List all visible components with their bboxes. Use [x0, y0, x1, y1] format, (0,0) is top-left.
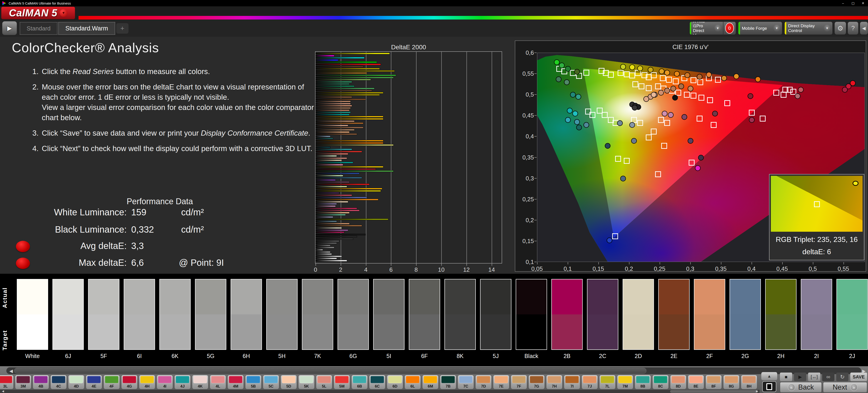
- deltae-bar[interactable]: [315, 120, 354, 122]
- patch-button-4H[interactable]: 4H: [139, 375, 155, 389]
- patch-button-7E[interactable]: 7E: [493, 375, 509, 389]
- cie-measured-point[interactable]: [706, 72, 712, 78]
- cie-measured-point[interactable]: [795, 93, 801, 99]
- tab-standard-warm[interactable]: Standard.Warm: [58, 22, 115, 35]
- cie-target-point[interactable]: [655, 83, 661, 89]
- cie-target-point[interactable]: [637, 120, 643, 126]
- cie-target-point[interactable]: [724, 100, 730, 106]
- patch-button-6B[interactable]: 6B: [351, 375, 368, 389]
- cie-target-point[interactable]: [660, 75, 666, 81]
- cie-measured-point[interactable]: [632, 105, 638, 111]
- minimize-button[interactable]: –: [838, 0, 848, 6]
- deltae-bar[interactable]: [315, 166, 383, 168]
- cie-measured-point[interactable]: [842, 87, 847, 93]
- deltae-bar[interactable]: [315, 53, 390, 54]
- cie-target-point[interactable]: [684, 92, 690, 98]
- deltae-bar[interactable]: [315, 247, 334, 248]
- cie-target-point[interactable]: [661, 143, 667, 149]
- patch-scrollbar-thumb[interactable]: [14, 368, 647, 374]
- cie-target-point[interactable]: [651, 129, 657, 135]
- cie-measured-point[interactable]: [668, 112, 674, 118]
- deltae-bar[interactable]: [315, 179, 336, 181]
- cie-measured-point[interactable]: [755, 77, 761, 82]
- continuous-read-button[interactable]: ∞: [822, 372, 834, 381]
- deltae-bar[interactable]: [315, 234, 366, 235]
- deltae-bar[interactable]: [315, 110, 349, 111]
- maximize-button[interactable]: ▢: [848, 0, 858, 6]
- deltae-bar[interactable]: [315, 199, 378, 200]
- cie-target-point[interactable]: [749, 110, 755, 116]
- cie-measured-point[interactable]: [620, 64, 626, 69]
- deltae-bar[interactable]: [315, 223, 349, 224]
- patch-button-8D[interactable]: 8D: [670, 375, 686, 389]
- deltae-bar[interactable]: [315, 236, 357, 237]
- comparator-patch[interactable]: [266, 279, 298, 350]
- cie-target-point[interactable]: [773, 90, 779, 96]
- cie-measured-point[interactable]: [564, 79, 569, 85]
- deltae-bar[interactable]: [315, 231, 344, 233]
- deltae-bar[interactable]: [315, 125, 348, 126]
- patch-button-8B[interactable]: 8B: [634, 375, 651, 389]
- deltae-bar[interactable]: [315, 112, 351, 113]
- deltae-bar[interactable]: [315, 155, 337, 157]
- comparator-patch[interactable]: [195, 279, 226, 350]
- cie-target-point[interactable]: [690, 77, 696, 83]
- deltae-bar[interactable]: [315, 146, 331, 148]
- cie-measured-point[interactable]: [659, 68, 664, 74]
- cie-measured-point[interactable]: [712, 111, 718, 116]
- deltae-bar[interactable]: [315, 210, 360, 211]
- patch-button-8C[interactable]: 8C: [652, 375, 669, 389]
- comparator-patch[interactable]: [658, 279, 690, 350]
- cie-measured-point[interactable]: [651, 92, 656, 98]
- cie-measured-point[interactable]: [631, 138, 637, 144]
- patch-button-8F[interactable]: 8F: [706, 375, 722, 389]
- deltae-bar[interactable]: [315, 107, 351, 109]
- deltae-bar[interactable]: [315, 160, 342, 161]
- deltae-bar[interactable]: [315, 181, 349, 183]
- deltae-bar[interactable]: [315, 114, 349, 115]
- patch-button-7J[interactable]: 7J: [582, 375, 598, 389]
- add-tab-button[interactable]: +: [116, 23, 128, 34]
- patch-button-5D[interactable]: 5D: [281, 375, 297, 389]
- deltae-bar[interactable]: [315, 221, 337, 222]
- deltae-bar[interactable]: [315, 140, 383, 142]
- cie-measured-point[interactable]: [685, 72, 690, 78]
- patch-button-7C[interactable]: 7C: [458, 375, 474, 389]
- cie-measured-point[interactable]: [695, 165, 701, 171]
- bottom-scroll-left-button[interactable]: ◀: [0, 389, 5, 393]
- cie-measured-point[interactable]: [574, 119, 580, 125]
- deltae-bar[interactable]: [315, 90, 372, 91]
- cie-measured-point[interactable]: [556, 77, 562, 82]
- comparator-patch[interactable]: [88, 279, 119, 350]
- deltae-bar[interactable]: [315, 229, 348, 231]
- patch-button-7B[interactable]: 7B: [440, 375, 456, 389]
- deltae-bar[interactable]: [315, 258, 337, 259]
- comparator-patch[interactable]: [694, 279, 725, 350]
- deltae-bar[interactable]: [315, 103, 351, 105]
- comparator-patch[interactable]: [801, 279, 832, 350]
- deltae-bar[interactable]: [315, 105, 352, 107]
- patch-button-3L[interactable]: 3L: [0, 375, 13, 389]
- comparator-patch[interactable]: [17, 279, 48, 350]
- cie-measured-point[interactable]: [629, 64, 635, 70]
- comparator-patch[interactable]: [338, 279, 369, 350]
- cie-target-point[interactable]: [618, 70, 623, 76]
- deltae-bar[interactable]: [315, 136, 331, 137]
- patch-button-4J[interactable]: 4J: [174, 375, 191, 389]
- patch-button-5C[interactable]: 5C: [263, 375, 279, 389]
- close-button[interactable]: ✕: [858, 0, 868, 6]
- deltae-bar[interactable]: [315, 201, 348, 203]
- deltae-bar[interactable]: [315, 164, 343, 166]
- cie-target-point[interactable]: [615, 156, 621, 162]
- deltae-bar[interactable]: [315, 66, 363, 67]
- deltae-bar[interactable]: [315, 184, 370, 185]
- deltae-bar[interactable]: [315, 216, 333, 218]
- deltae-bar[interactable]: [315, 205, 336, 207]
- comparator-patch[interactable]: [302, 279, 333, 350]
- deltae-bar[interactable]: [315, 249, 323, 251]
- deltae-bar[interactable]: [315, 175, 343, 176]
- patch-button-5K[interactable]: 5K: [298, 375, 315, 389]
- cie-measured-point[interactable]: [698, 155, 704, 160]
- deltae-bar[interactable]: [315, 190, 381, 192]
- cie-measured-point[interactable]: [605, 143, 611, 148]
